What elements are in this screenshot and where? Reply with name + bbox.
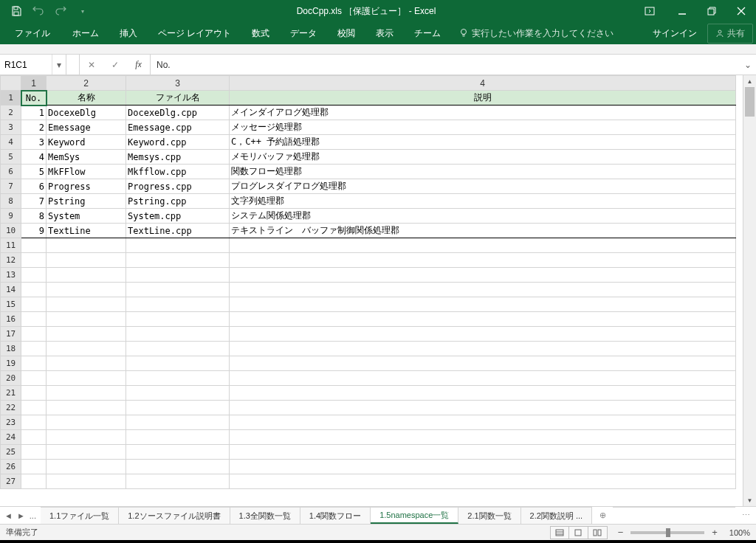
- cell[interactable]: [126, 445, 230, 460]
- cell[interactable]: Pstring.cpp: [126, 194, 230, 209]
- cell[interactable]: Progress: [47, 179, 126, 194]
- cell[interactable]: [126, 460, 230, 474]
- sheet-tab[interactable]: 1.2ソースファイル説明書: [119, 507, 230, 524]
- cell[interactable]: [126, 401, 230, 415]
- zoom-level[interactable]: 100%: [729, 528, 750, 537]
- qat-customize[interactable]: ▾: [72, 2, 93, 20]
- cell[interactable]: DocexeDlg.cpp: [126, 106, 230, 120]
- cell[interactable]: [47, 371, 126, 386]
- ribbon-tab[interactable]: 挿入: [109, 23, 148, 44]
- cell[interactable]: [230, 283, 736, 297]
- row-header[interactable]: 7: [1, 179, 21, 194]
- cell[interactable]: [126, 371, 230, 386]
- cell[interactable]: [230, 327, 736, 342]
- cell[interactable]: [126, 238, 230, 253]
- row-header[interactable]: 10: [1, 224, 21, 238]
- cell[interactable]: [126, 342, 230, 356]
- cell[interactable]: 関数フロー処理郡: [230, 165, 736, 179]
- cell[interactable]: [47, 283, 126, 297]
- cell[interactable]: [21, 253, 47, 268]
- cell[interactable]: [47, 327, 126, 342]
- cell[interactable]: [230, 445, 736, 460]
- cell[interactable]: [21, 415, 47, 430]
- row-header[interactable]: 24: [1, 430, 21, 445]
- cell[interactable]: メインダイアログ処理郡: [230, 106, 736, 120]
- sheet-nav-more[interactable]: ...: [30, 511, 36, 520]
- name-box-dropdown[interactable]: ▾: [52, 55, 65, 75]
- cell[interactable]: [47, 415, 126, 430]
- cell[interactable]: [230, 415, 736, 430]
- row-header[interactable]: 19: [1, 356, 21, 371]
- cell[interactable]: [126, 297, 230, 312]
- row-header[interactable]: 12: [1, 253, 21, 268]
- row-header[interactable]: 23: [1, 415, 21, 430]
- cell[interactable]: [21, 386, 47, 401]
- expand-formula-bar-button[interactable]: ⌄: [740, 55, 756, 75]
- cell[interactable]: [126, 474, 230, 489]
- row-header[interactable]: 5: [1, 150, 21, 165]
- cell[interactable]: [21, 430, 47, 445]
- zoom-slider[interactable]: [630, 531, 704, 534]
- cell[interactable]: [126, 415, 230, 430]
- column-header[interactable]: 1: [21, 76, 47, 91]
- cell[interactable]: Emessage: [47, 120, 126, 135]
- cell[interactable]: Mkfflow.cpp: [126, 165, 230, 179]
- row-header[interactable]: 20: [1, 371, 21, 386]
- cell[interactable]: テキストライン バッファ制御関係処理郡: [230, 224, 736, 238]
- row-header[interactable]: 8: [1, 194, 21, 209]
- sign-in-button[interactable]: サインイン: [642, 23, 707, 44]
- cell[interactable]: System.cpp: [126, 209, 230, 224]
- cell[interactable]: 5: [21, 165, 47, 179]
- cell[interactable]: [21, 312, 47, 327]
- cell[interactable]: [230, 401, 736, 415]
- enter-formula-button[interactable]: ✓: [103, 55, 127, 75]
- ribbon-tab[interactable]: データ: [280, 23, 327, 44]
- share-button[interactable]: 共有: [707, 24, 753, 44]
- cell[interactable]: [47, 238, 126, 253]
- cell[interactable]: [47, 474, 126, 489]
- minimize-button[interactable]: [667, 0, 697, 22]
- row-header[interactable]: 16: [1, 312, 21, 327]
- cell[interactable]: [21, 342, 47, 356]
- cell[interactable]: システム関係処理郡: [230, 209, 736, 224]
- cell[interactable]: [21, 268, 47, 283]
- zoom-in-button[interactable]: +: [709, 527, 721, 538]
- formula-input[interactable]: No.: [151, 55, 740, 75]
- sheet-tab[interactable]: 1.4関数フロー: [300, 507, 371, 524]
- cell[interactable]: ファイル名: [126, 91, 230, 106]
- row-header[interactable]: 1: [1, 91, 21, 106]
- cell[interactable]: [230, 371, 736, 386]
- cell[interactable]: [47, 460, 126, 474]
- row-header[interactable]: 4: [1, 135, 21, 150]
- row-header[interactable]: 25: [1, 445, 21, 460]
- cell[interactable]: [230, 342, 736, 356]
- ribbon-tab[interactable]: 数式: [241, 23, 280, 44]
- cell[interactable]: [47, 401, 126, 415]
- cell[interactable]: [126, 268, 230, 283]
- column-header[interactable]: 4: [230, 76, 736, 91]
- ribbon-tab[interactable]: ページ レイアウト: [148, 23, 241, 44]
- zoom-slider-thumb[interactable]: [666, 528, 670, 537]
- name-box[interactable]: ▾: [0, 55, 66, 75]
- cell[interactable]: [230, 297, 736, 312]
- row-header[interactable]: 22: [1, 401, 21, 415]
- cell[interactable]: [230, 430, 736, 445]
- cell[interactable]: [230, 474, 736, 489]
- zoom-out-button[interactable]: −: [615, 527, 627, 538]
- cell[interactable]: [230, 460, 736, 474]
- cell[interactable]: [230, 356, 736, 371]
- cell[interactable]: [47, 253, 126, 268]
- cell[interactable]: [21, 445, 47, 460]
- cell[interactable]: メッセージ処理郡: [230, 120, 736, 135]
- cell[interactable]: MkFFlow: [47, 165, 126, 179]
- add-sheet-button[interactable]: ⊕: [592, 507, 613, 524]
- row-header[interactable]: 13: [1, 268, 21, 283]
- cell[interactable]: [126, 253, 230, 268]
- cell[interactable]: [21, 460, 47, 474]
- row-header[interactable]: 21: [1, 386, 21, 401]
- name-box-input[interactable]: [0, 60, 52, 70]
- cell[interactable]: [21, 327, 47, 342]
- row-header[interactable]: 9: [1, 209, 21, 224]
- cell[interactable]: [47, 342, 126, 356]
- row-header[interactable]: 18: [1, 342, 21, 356]
